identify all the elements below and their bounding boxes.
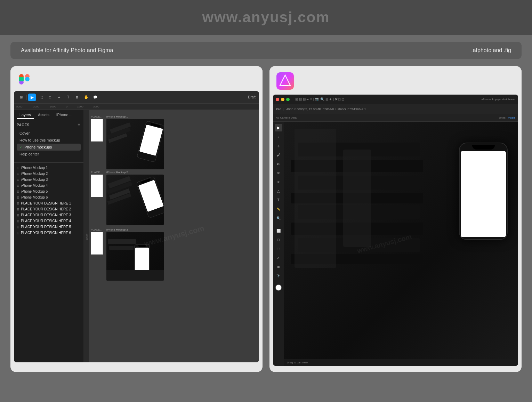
svg-rect-3	[19, 77, 24, 81]
aff-pen-tool[interactable]: ✒	[275, 178, 282, 186]
layer-iphone-1[interactable]: ⊞ iPhone Mockup 1	[14, 165, 83, 171]
aff-measure-tool[interactable]: 📏	[275, 205, 282, 213]
info-bar-right: .afphoto and .fig	[471, 47, 511, 54]
layer-place-5[interactable]: ⊞ PLACE YOUR DESIGN HERE 5	[14, 224, 83, 230]
figma-window: ⊞ ▶ ⬚ □ ✒ T ⊞ ✋ 💬 Draft -5000 -3000 -100…	[14, 91, 259, 362]
aff-zoom-tool[interactable]: 🔍	[275, 214, 282, 222]
aff-toolbar-icons: ⊞ ⊡ ⊟ ✒ ≡ | 📷 🔍 ⊞ ✦ | ✖ □ ⊡	[295, 97, 344, 101]
layer-iphone-6[interactable]: ⊞ iPhone Mockup 6	[14, 194, 83, 200]
page-item-cover[interactable]: Cover	[17, 130, 81, 137]
aff-text-tool[interactable]: T	[275, 196, 282, 204]
affinity-info-bar: No Camera Data Units: Pixels	[273, 114, 518, 122]
aff-dodge-tool[interactable]: ◐	[275, 160, 282, 168]
frame-tool[interactable]: ⬚	[37, 94, 45, 101]
mockup-3-place-label: PLACE...	[91, 228, 103, 231]
aff-text-frame-tool[interactable]: A	[275, 254, 282, 262]
aff-clone-tool[interactable]: ⊕	[275, 169, 282, 177]
minimize-button[interactable]	[281, 98, 284, 101]
figma-top-toolbar: ⊞ ▶ ⬚ □ ✒ T ⊞ ✋ 💬 Draft	[14, 91, 259, 104]
tab-assets[interactable]: Assets	[35, 111, 52, 119]
page-item-help[interactable]: Help center	[17, 151, 81, 158]
add-page-button[interactable]: +	[78, 122, 81, 128]
mockup-2-frame: iPhone Mockup 2	[106, 171, 164, 225]
figma-canvas[interactable]: www.anyusj.com PLACE... iPhone Mockup 1	[89, 110, 259, 362]
mockup-2-box	[106, 175, 164, 225]
aff-table-tool[interactable]: ▦	[275, 263, 282, 271]
dimensions-info: 4000 x 3000px, 12.00MP, RGBA/8 + sRGB IE…	[286, 107, 366, 111]
grid-tool[interactable]: ⊞	[17, 94, 25, 101]
aff-cursor-tool[interactable]: ▶	[275, 124, 282, 131]
close-button[interactable]	[276, 98, 279, 101]
hand-tool[interactable]: ✋	[82, 94, 90, 101]
mockup-3-box	[106, 232, 164, 281]
tab-iphone[interactable]: iPhone ...	[54, 111, 75, 119]
aff-node-tool[interactable]: ⬦	[275, 133, 282, 140]
mockup-1-frame: iPhone Mockup 1	[106, 115, 164, 169]
figma-panel-tabs: Layers Assets iPhone ...	[14, 110, 83, 119]
affinity-file-name: aftermockup-yunda-iphome	[482, 98, 515, 101]
layer-iphone-5[interactable]: ⊞ iPhone Mockup 5	[14, 188, 83, 194]
layer-place-4[interactable]: ⊞ PLACE YOUR DESIGN HERE 4	[14, 218, 83, 224]
page-item-how-to[interactable]: How to use this mockup	[17, 137, 81, 144]
mockup-2-place-label: PLACE...	[91, 171, 103, 174]
aff-phone-dynamic-island	[472, 145, 495, 150]
layer-iphone-4[interactable]: ⊞ iPhone Mockup 4	[14, 183, 83, 188]
affinity-canvas[interactable]: www.anyusj.com Drag to pan view.	[284, 122, 518, 366]
aff-shape-tool[interactable]: △	[275, 187, 282, 195]
no-camera-label: No Camera Data	[276, 116, 297, 119]
layer-place-2[interactable]: ⊞ PLACE YOUR DESIGN HERE 2	[14, 206, 83, 212]
aff-erase-tool[interactable]: ◻	[275, 236, 282, 243]
traffic-lights	[276, 98, 290, 101]
layer-place-3[interactable]: ⊞ PLACE YOUR DESIGN HERE 3	[14, 212, 83, 218]
pages-title: Pages +	[17, 122, 81, 128]
pages-divider	[14, 162, 83, 163]
layer-place-1[interactable]: ⊞ PLACE YOUR DESIGN HERE 1	[14, 200, 83, 206]
shape-tool[interactable]: □	[46, 94, 54, 101]
layer-iphone-2[interactable]: ⊞ iPhone Mockup 2	[14, 171, 83, 177]
aff-view-tool[interactable]: 🔭	[275, 272, 282, 280]
aff-iphone-mockup	[459, 143, 508, 240]
check-icon: ✓	[19, 145, 22, 149]
affinity-panel: ⊞ ⊡ ⊟ ✒ ≡ | 📷 🔍 ⊞ ✦ | ✖ □ ⊡ aftermockup-…	[269, 66, 522, 372]
layers-list: ⊞ iPhone Mockup 1 ⊞ iPhone Mockup 2 ⊞ iP…	[14, 165, 83, 236]
mockup-1-white-preview	[91, 119, 103, 142]
aff-color-swatch[interactable]	[275, 284, 282, 291]
mockup-1-place-label: PLACE...	[91, 115, 103, 118]
mockup-1-container: PLACE...	[91, 115, 103, 142]
mockup-3-container: PLACE...	[91, 228, 103, 255]
comment-tool[interactable]: 💬	[91, 94, 99, 101]
text-tool[interactable]: T	[64, 94, 72, 101]
affinity-left-toolbar: ▶ ⬦ ⊹ 🖌 ◐ ⊕ ✒ △ T 📏 🔍 ⬜ ◻ ⬚ A ▦	[273, 122, 284, 366]
affinity-toolbar-2: Pen | 4000 x 3000px, 12.00MP, RGBA/8 + s…	[273, 104, 518, 114]
affinity-window: ⊞ ⊡ ⊟ ✒ ≡ | 📷 🔍 ⊞ ✦ | ✖ □ ⊡ aftermockup-…	[273, 95, 518, 366]
mockup-3-frame: iPhone Mockup 3	[106, 228, 164, 281]
figma-sidebar: Layers Assets iPhone ... Pages + Cover	[14, 110, 83, 362]
mockup-2-white-preview	[91, 175, 103, 197]
aff-crop-tool[interactable]: ⊹	[275, 142, 282, 150]
tab-layers[interactable]: Layers	[17, 111, 34, 119]
figma-panel: ⊞ ▶ ⬚ □ ✒ T ⊞ ✋ 💬 Draft -5000 -3000 -100…	[10, 66, 263, 372]
aff-fill-tool[interactable]: ⬜	[275, 227, 282, 234]
affinity-title-bar: ⊞ ⊡ ⊟ ✒ ≡ | 📷 🔍 ⊞ ✦ | ✖ □ ⊡ aftermockup-…	[273, 95, 518, 104]
aff-brush-tool[interactable]: 🖌	[275, 151, 282, 159]
page-item-iphone-mockups[interactable]: ✓ iPhone mockups	[17, 144, 81, 151]
component-tool[interactable]: ⊞	[73, 94, 81, 101]
svg-point-4	[25, 77, 30, 81]
maximize-button[interactable]	[286, 98, 290, 101]
layer-place-6[interactable]: ⊞ PLACE YOUR DESIGN HERE 6	[14, 230, 83, 236]
units-select[interactable]: Pixels	[508, 116, 515, 119]
vertical-ruler: -3000 -1000 0 1000	[83, 110, 89, 362]
cursor-tool[interactable]: ▶	[28, 94, 36, 101]
draft-label: Draft	[248, 95, 256, 99]
pen-tool[interactable]: ✒	[55, 94, 63, 101]
watermark-text: www.anyusj.com	[202, 9, 330, 26]
panels-container: ⊞ ▶ ⬚ □ ✒ T ⊞ ✋ 💬 Draft -5000 -3000 -100…	[0, 66, 532, 383]
aff-rect-select-tool[interactable]: ⬚	[275, 245, 282, 252]
info-bar-left: Available for Affinity Photo and Figma	[21, 47, 113, 54]
figma-logo	[17, 72, 31, 86]
layer-iphone-3[interactable]: ⊞ iPhone Mockup 3	[14, 177, 83, 183]
mockup-3-white-preview	[91, 232, 103, 255]
drag-label: Drag to pan view.	[287, 361, 308, 364]
affinity-status-bar: Drag to pan view.	[284, 359, 518, 366]
watermark-bar: www.anyusj.com	[0, 0, 532, 35]
